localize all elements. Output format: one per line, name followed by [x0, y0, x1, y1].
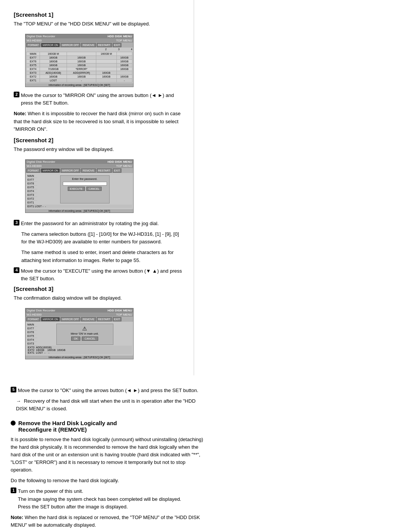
step2-left: 2 Move the cursor to "MIRROR ON" using t…: [14, 92, 183, 107]
step5-number: 5: [11, 387, 16, 392]
hdd-subheader: WJ-HD300 TOP MENU: [25, 38, 133, 43]
hdd-menu-bar: FORMAT MIRROR ON MIRROR OFF REMOVE RESTA…: [25, 43, 133, 48]
password-box: Enter the password. EXECUTE CANCEL: [60, 175, 110, 203]
step2-number: 2: [14, 92, 19, 97]
menu-format: FORMAT: [26, 43, 40, 47]
screenshot1-desc-left: The "TOP MENU" of the "HDD DISK MENU" wi…: [14, 20, 183, 28]
hdd-body: MAIN160GB M160GB M EXT7180GB160GB160GB E…: [25, 51, 133, 83]
section-subtitle: Remove the Hard Disk Logically and Recon…: [11, 420, 203, 433]
top-menu-label-3: TOP MENU: [116, 313, 132, 316]
hdd-sidebar: MAINEXT7EXT6EXT5EXT4EXT3EXT2EXT1: [27, 174, 37, 205]
device-label: Digital Disk Recorder: [27, 35, 55, 38]
confirm-icon: ⚠: [59, 326, 111, 332]
menu-restart: RESTART: [97, 43, 112, 47]
arrow-block: → Recovery of the hard disk will start w…: [16, 397, 203, 413]
screenshot2-desc-left: The password entry window will be displa…: [14, 146, 183, 153]
ok-btn: OK: [71, 337, 80, 341]
hdd-menu-bar-3: FORMAT MIRROR ON MIRROR OFF REMOVE RESTA…: [25, 317, 133, 322]
menu-exit-2: EXIT: [113, 168, 122, 173]
step4-left: 4 Move the cursor to "EXECUTE" using the…: [14, 267, 183, 283]
menu-restart-2: RESTART: [97, 168, 112, 173]
step3-detail1: The camera selection buttons ([1] - [10/…: [21, 230, 183, 246]
menu-mirror-off-3: MIRROR OFF: [61, 317, 80, 321]
pw-buttons: EXECUTE CANCEL: [63, 187, 107, 191]
menu-mirror-on-2: MIRROR ON: [41, 168, 60, 173]
hdd-header: Digital Disk Recorder HDD DISK MENU: [25, 34, 133, 38]
hdd-sidebar-3: MAINEXT7EXT6EXT5EXT4EXT3: [27, 323, 37, 346]
step3-left: 3 Enter the password for an administrato…: [14, 220, 183, 227]
hdd-header-3: Digital Disk Recorder HDD DISK MENU: [25, 308, 133, 313]
section-do-text: Do the following to remove the hard disk…: [11, 477, 203, 484]
note-text-1: When it is impossible to recover the har…: [14, 111, 181, 132]
confirm-dialog: MAINEXT7EXT6EXT5EXT4EXT3 ⚠ Mirror 'ON' i…: [25, 322, 133, 356]
password-dialog: MAINEXT7EXT6EXT5EXT4EXT3EXT2EXT1 Enter t…: [25, 173, 133, 209]
screenshot3-desc-left: The confirmation dialog window will be d…: [14, 294, 183, 302]
hdd-header-2: Digital Disk Recorder HDD DISK MENU: [25, 160, 133, 164]
menu-restart-3: RESTART: [97, 317, 112, 321]
note-block-1: Note: When it is impossible to recover t…: [14, 110, 183, 133]
menu-mirror-on: MIRROR ON: [41, 43, 60, 47]
arrow-sym: →: [16, 398, 21, 404]
left-column: [Screenshot 1] The "TOP MENU" of the "HD…: [0, 0, 194, 375]
model-label-2: WJ-HD300: [27, 164, 41, 168]
hdd-subheader-2: WJ-HD300 TOP MENU: [25, 164, 133, 168]
menu-title: HDD DISK MENU: [108, 35, 132, 38]
menu-mirror-off: MIRROR OFF: [61, 43, 80, 47]
menu-title-3: HDD DISK MENU: [108, 309, 132, 312]
hdd-footer-3: Information of recording areas : [SETUP/…: [25, 356, 133, 359]
pw-label: Enter the password.: [63, 177, 107, 181]
confirm-table-rows: EXT3ADD(160GB) EXT2160GB160GB160GB EXT1L…: [27, 346, 132, 354]
step5-right: 5 Move the cursor to "OK" using the arro…: [11, 387, 203, 394]
menu-title-2: HDD DISK MENU: [108, 160, 132, 164]
section-body-text: It is possible to remove the hard disk l…: [11, 436, 203, 474]
menu-remove: REMOVE: [81, 43, 96, 47]
hdd-table: MAIN160GB M160GB M EXT7180GB160GB160GB E…: [26, 52, 132, 83]
step1-right: 1 Turn on the power of this unit. The im…: [11, 488, 203, 510]
hdd-num-row: 234: [25, 48, 133, 51]
confirm-box: ⚠ Mirror 'ON' in main unit. OK CANCEL: [56, 324, 113, 345]
note-text-2: When the hard disk is replaced or remove…: [11, 515, 200, 528]
device-label-3: Digital Disk Recorder: [27, 309, 55, 312]
step3-content: Enter the password for an administrator …: [21, 220, 159, 227]
step1r-detail2: Press the SET button after the image is …: [18, 504, 128, 510]
model-label-3: WJ-HD300: [27, 313, 41, 316]
menu-format-2: FORMAT: [26, 168, 40, 173]
hdd-menu-bar-2: FORMAT MIRROR ON MIRROR OFF REMOVE RESTA…: [25, 168, 133, 173]
menu-exit-3: EXIT: [113, 317, 122, 321]
menu-format-3: FORMAT: [26, 317, 40, 321]
step1r-content: Turn on the power of this unit.: [18, 488, 83, 494]
arrow-text: Recovery of the hard disk will start whe…: [16, 398, 196, 411]
step5-content: Move the cursor to "OK" using the arrows…: [18, 387, 198, 394]
pw-field: [63, 182, 107, 186]
screenshot1-ui-left: Digital Disk Recorder HDD DISK MENU WJ-H…: [25, 34, 134, 87]
cancel-btn: CANCEL: [86, 187, 102, 191]
step1r-detail1: The image saying the system check has be…: [18, 496, 181, 502]
device-label-2: Digital Disk Recorder: [27, 160, 55, 164]
hdd-footer-1: Information of recording areas : [SETUP/…: [25, 83, 133, 87]
model-label: WJ-HD300: [27, 39, 41, 42]
screenshot2-title-left: [Screenshot 2]: [14, 137, 183, 143]
step3-detail2: The same method is used to enter, insert…: [21, 249, 183, 264]
screenshot2-ui-left: Digital Disk Recorder HDD DISK MENU WJ-H…: [25, 159, 134, 213]
ext-footer: EXT1LOST--: [27, 205, 132, 208]
step1r-number: 1: [11, 488, 16, 493]
confirm-cancel-btn: CANCEL: [82, 337, 98, 341]
top-menu-label-2: TOP MENU: [116, 164, 132, 168]
screenshot3-ui-left: Digital Disk Recorder HDD DISK MENU WJ-H…: [25, 308, 134, 359]
hdd-footer-2: Information of recording areas : [SETUP/…: [25, 209, 133, 213]
hdd-subheader-3: WJ-HD300 TOP MENU: [25, 313, 133, 317]
menu-remove-2: REMOVE: [81, 168, 96, 173]
confirm-buttons: OK CANCEL: [59, 337, 111, 341]
step4-content: Move the cursor to "EXECUTE" using the a…: [21, 267, 183, 283]
step4-number: 4: [14, 267, 19, 273]
menu-mirror-on-3: MIRROR ON: [41, 317, 60, 321]
section-subtitle-text: Remove the Hard Disk Logically and Recon…: [18, 420, 117, 433]
remove-section-header: Remove the Hard Disk Logically and Recon…: [11, 420, 203, 433]
menu-exit: EXIT: [113, 43, 122, 47]
screenshot3-title-left: [Screenshot 3]: [14, 286, 183, 292]
step3-number: 3: [14, 220, 19, 226]
menu-remove-3: REMOVE: [81, 317, 96, 321]
confirm-text: Mirror 'ON' in main unit.: [59, 332, 111, 335]
screenshot1-title-left: [Screenshot 1]: [14, 11, 183, 18]
note-block-2: Note: When the hard disk is replaced or …: [11, 514, 203, 529]
